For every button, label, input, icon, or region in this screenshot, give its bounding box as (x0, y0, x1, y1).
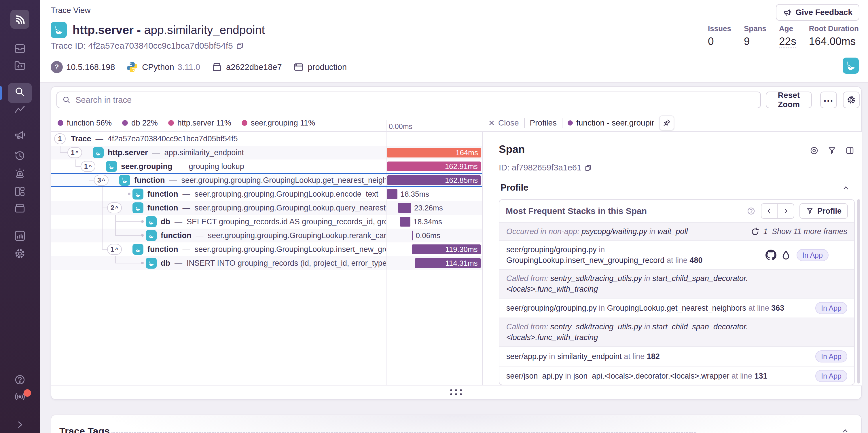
span-title: function — seer.grouping.grouping.Groupi… (148, 242, 386, 256)
duration-bar[interactable] (387, 189, 397, 199)
span-count-pill[interactable]: 3^ (94, 175, 108, 186)
stat-value: 9 (744, 35, 766, 48)
stack-frame-row[interactable]: seer/json_api.py in json_api.<locals>.de… (499, 366, 854, 385)
sidebar-item-explore-folder[interactable] (0, 59, 40, 72)
tree-lane-divider[interactable] (386, 132, 386, 385)
next-stack-button[interactable] (778, 203, 794, 219)
pin-icon (662, 119, 671, 127)
span-count-pill[interactable]: 1^ (81, 161, 95, 172)
sidebar-item-insights-graph[interactable] (0, 103, 40, 116)
span-op-icon (146, 230, 157, 241)
sidebar-item-issues-inbox[interactable] (0, 42, 40, 55)
span-row[interactable]: function — seer.grouping.grouping.Groupi… (51, 187, 482, 201)
sidebar-item-replays-clock[interactable] (0, 149, 40, 162)
detail-panel-tabs: Close Profiles function - seer.grouping.… (482, 114, 862, 132)
stat-value[interactable]: 22s (779, 35, 796, 49)
lane-panel-divider[interactable] (482, 132, 483, 385)
release-box-icon (211, 61, 223, 73)
tree-connector (115, 263, 142, 264)
span-row[interactable]: 3^function — seer.grouping.grouping.Grou… (51, 173, 482, 187)
page-header: Trace View http.server - app.similarity_… (40, 0, 868, 83)
copy-icon[interactable] (584, 164, 592, 172)
search-box[interactable] (57, 92, 761, 108)
legend-dot (168, 120, 174, 126)
span-row[interactable]: 1^function — seer.grouping.grouping.Grou… (51, 242, 482, 256)
duration-bar[interactable] (412, 230, 413, 240)
span-row[interactable]: 1^seer.grouping — grouping lookup162.91m… (51, 159, 482, 173)
seer-icon[interactable] (781, 250, 791, 260)
github-icon[interactable] (766, 250, 776, 260)
sidebar-item-projects-box[interactable] (0, 202, 40, 215)
span-row[interactable]: db — SELECT grouping_records.id AS group… (51, 215, 482, 228)
stack-frame-row[interactable]: seer/app.py in similarity_endpoint at li… (499, 346, 854, 366)
trace-waterfall-card: Reset Zoom ... function 56%db 22%http.se… (51, 86, 862, 400)
prev-stack-button[interactable] (761, 203, 778, 219)
duration-bar[interactable] (400, 217, 410, 226)
duration-bar[interactable] (398, 203, 411, 213)
sidebar-item-sentry-logo[interactable] (0, 10, 40, 29)
chevron-up-icon[interactable] (841, 184, 850, 192)
occurred-row[interactable]: Occurred in non-app: psycopg/waiting.py … (499, 222, 854, 240)
span-count-pill[interactable]: 1^ (107, 244, 122, 255)
sidebar-item-search[interactable] (0, 85, 40, 98)
span-row-label: 1^seer.grouping — grouping lookup (51, 159, 386, 173)
search-input[interactable] (75, 95, 755, 105)
span-row[interactable]: 1Trace — 4f2a57ea703840cc9c1bca7d05bf54f… (51, 132, 482, 146)
span-row[interactable]: 2^function — seer.grouping.grouping.Grou… (51, 201, 482, 215)
span-count-pill[interactable]: 1^ (67, 147, 82, 158)
tree-connector (102, 194, 128, 194)
chevron-up-icon[interactable] (841, 427, 849, 433)
sidebar-item-stats[interactable] (0, 229, 40, 242)
meta-tag[interactable]: ?10.5.168.198 (51, 61, 115, 73)
span-row[interactable]: function — seer.grouping.grouping.Groupi… (51, 228, 482, 242)
tree-connector-dot (141, 234, 144, 237)
tab-span-active[interactable]: function - seer.grouping.grouping.G… (568, 118, 654, 127)
sidebar-item-broadcast[interactable] (0, 390, 40, 403)
help-icon[interactable] (746, 207, 756, 216)
drag-handle-icon[interactable] (450, 389, 462, 396)
sidebar-item-help[interactable] (0, 373, 40, 386)
sidebar-item-dashboards[interactable] (0, 185, 40, 198)
focus-circle-icon[interactable] (809, 146, 819, 155)
reset-zoom-button[interactable]: Reset Zoom (766, 92, 812, 108)
stat-value: 164.00ms (809, 35, 859, 48)
sidebar-item-settings-gear[interactable] (0, 247, 40, 260)
pin-tab-button[interactable] (659, 116, 674, 130)
span-row[interactable]: 1^http.server — app.similarity_endpoint1… (51, 146, 482, 159)
project-avatar[interactable] (843, 58, 859, 74)
meta-tag[interactable]: production (293, 61, 347, 73)
duration-label: 114.31ms (415, 258, 480, 268)
meta-tag[interactable]: a2622dbe18e7 (211, 61, 282, 73)
panel-scrollbar[interactable] (857, 199, 860, 383)
sidebar-item-alerts-siren[interactable] (0, 166, 40, 180)
stack-frame-row[interactable]: seer/grouping/grouping.py in GroupingLoo… (499, 240, 854, 269)
search-icon (13, 85, 27, 98)
explore-folder-icon (13, 59, 27, 72)
span-row[interactable]: db — INSERT INTO grouping_records (id, p… (51, 256, 482, 270)
span-op-icon (132, 244, 144, 255)
sidebar-item-collapse-chevron[interactable] (0, 418, 40, 431)
side-panel-icon[interactable] (845, 146, 855, 155)
tree-connector (102, 228, 102, 242)
refresh-icon[interactable] (751, 227, 760, 236)
stack-frame-row[interactable]: seer/grouping/grouping.py in GroupingLoo… (499, 298, 854, 317)
span-detail-panel: Span ID: af7982659f3a1e61 Profile Most F (483, 132, 862, 385)
show-more-frames-link[interactable]: Show 11 more frames (772, 227, 847, 236)
trace-stats: Issues0Spans9Age22sRoot Duration164.00ms (708, 24, 859, 49)
span-count-pill[interactable]: 1 (54, 133, 66, 144)
more-options-button[interactable]: ... (820, 92, 837, 108)
copy-icon[interactable] (236, 42, 244, 50)
sidebar-item-megaphone[interactable] (0, 128, 40, 142)
tab-profiles[interactable]: Profiles (530, 118, 557, 127)
span-count-pill[interactable]: 2^ (107, 203, 122, 213)
settings-gear-button[interactable] (843, 92, 860, 108)
funnel-icon[interactable] (827, 146, 837, 155)
tree-connector (115, 235, 142, 236)
tab-close[interactable]: Close (488, 118, 519, 127)
help-icon (13, 373, 27, 386)
meta-tag[interactable]: CPython3.11.0 (126, 61, 200, 73)
open-profile-button[interactable]: Profile (800, 203, 848, 219)
called-from-row[interactable]: Called from: sentry_sdk/tracing_utils.py… (499, 269, 854, 298)
give-feedback-button[interactable]: Give Feedback (776, 4, 859, 21)
called-from-row[interactable]: Called from: sentry_sdk/tracing_utils.py… (499, 317, 854, 346)
